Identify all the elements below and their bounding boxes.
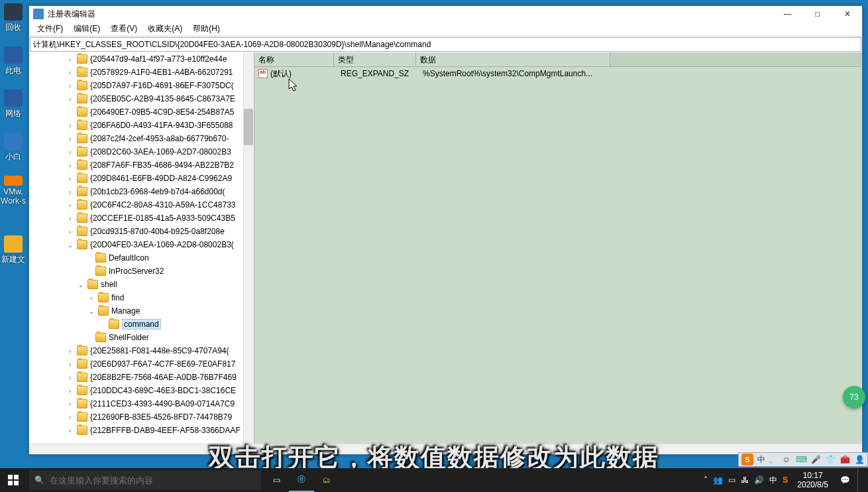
skin-icon[interactable]: 👕 xyxy=(825,454,836,465)
tree-node[interactable]: ›{210DDC43-689C-46E3-BDC1-38C16CE xyxy=(29,384,254,397)
address-path: 计算机\HKEY_CLASSES_ROOT\CLSID\{20D04FE0-3A… xyxy=(33,39,431,50)
titlebar: 注册表编辑器 — □ ✕ xyxy=(29,6,862,22)
taskbar-clock[interactable]: 10:17 2020/8/5 xyxy=(793,471,832,490)
close-button[interactable]: ✕ xyxy=(832,6,862,22)
user-icon[interactable]: 👤 xyxy=(854,454,865,465)
col-header-type[interactable]: 类型 xyxy=(334,52,416,66)
svg-rect-0 xyxy=(8,475,13,479)
system-tray[interactable]: ˄ 👥 ▭ 🖧 🔊 中 S xyxy=(698,475,793,486)
search-input[interactable] xyxy=(50,475,256,485)
main-split: ›{205447d9-4af1-4f97-a773-e10ff2e44e ›{2… xyxy=(29,52,862,444)
values-panel: 名称 类型 数据 (默认) REG_EXPAND_SZ %SystemRoot%… xyxy=(254,52,862,444)
ime-toolbar[interactable]: S 中 、 ☺ ⌨ 🎤 👕 🧰 👤 xyxy=(738,452,868,467)
tree-panel: ›{205447d9-4af1-4f97-a773-e10ff2e44e ›{2… xyxy=(29,52,254,444)
window-title: 注册表编辑器 xyxy=(48,9,773,20)
tree-node[interactable]: ›{20b1cb23-6968-4eb9-b7d4-a66d00d( xyxy=(29,185,254,198)
smiley-icon[interactable]: ☺ xyxy=(781,454,792,465)
toolbox-icon[interactable]: 🧰 xyxy=(840,454,850,465)
svg-rect-1 xyxy=(14,475,19,479)
tree-node-defaulticon[interactable]: DefaultIcon xyxy=(29,251,254,265)
menu-view[interactable]: 查看(V) xyxy=(105,22,142,36)
clock-date: 2020/8/5 xyxy=(797,480,828,489)
col-header-name[interactable]: 名称 xyxy=(254,52,334,66)
tree-vertical-scrollbar[interactable] xyxy=(243,52,254,444)
tree-node[interactable]: ›{208D2C60-3AEA-1069-A2D7-08002B3 xyxy=(29,145,254,158)
tree-node-shell[interactable]: ⌄shell xyxy=(29,278,254,291)
task-view-button[interactable]: ▭ xyxy=(264,468,289,492)
tree-node-manage[interactable]: ⌄Manage xyxy=(29,304,254,318)
tree-node[interactable]: ›{20E25881-F081-448e-85C9-4707A94( xyxy=(29,344,254,357)
tray-volume-icon[interactable]: 🔊 xyxy=(754,475,764,485)
tree-node[interactable]: ›{20578929-A1F0-4EB1-A4BA-66207291 xyxy=(29,66,254,79)
start-button[interactable] xyxy=(0,468,27,492)
tree-node[interactable]: {206490E7-09B5-4C9D-8E54-254B87A5 xyxy=(29,105,254,119)
taskbar-explorer-icon[interactable]: 🗂 xyxy=(314,468,339,492)
taskbar-ie-icon[interactable]: ⓔ xyxy=(289,468,314,492)
keyboard-icon[interactable]: ⌨ xyxy=(796,454,806,465)
tree-node[interactable]: ›{205D7A97-F16D-4691-86EF-F3075DC( xyxy=(29,79,254,92)
desktop-icons: 回收 此电 网络 小白 VMw. Work-s 新建文 xyxy=(0,0,28,464)
tree-node-command[interactable]: command xyxy=(29,318,254,331)
tree-node[interactable]: ›{205EB05C-A2B9-4135-8645-C8673A7E xyxy=(29,92,254,105)
tree-node[interactable]: ›{212690FB-83E5-4526-8FD7-74478B79 xyxy=(29,410,254,424)
tree-node-inprocserver[interactable]: InProcServer32 xyxy=(29,265,254,278)
action-center-button[interactable]: 💬 xyxy=(832,468,857,492)
menu-file[interactable]: 文件(F) xyxy=(32,22,68,36)
tray-chevron-icon[interactable]: ˄ xyxy=(704,475,708,485)
app-icon xyxy=(33,9,44,19)
tree-node[interactable]: ›{20cd9315-87d0-40b4-b925-0a8f208e xyxy=(29,225,254,238)
tray-network-icon[interactable]: 🖧 xyxy=(741,475,749,485)
taskbar-search[interactable]: 🔍 xyxy=(29,470,261,490)
sogou-ime-icon[interactable]: S xyxy=(741,454,753,465)
address-bar[interactable]: 计算机\HKEY_CLASSES_ROOT\CLSID\{20D04FE0-3A… xyxy=(30,37,861,52)
tree-node[interactable]: ›{20E8B2FE-7568-46AE-A0DB-76B7F469 xyxy=(29,371,254,384)
tree-node[interactable]: ›{2087c2f4-2cef-4953-a8ab-66779b670- xyxy=(29,132,254,145)
mic-icon[interactable]: 🎤 xyxy=(810,454,821,465)
col-header-data[interactable]: 数据 xyxy=(416,52,610,66)
tree-node[interactable]: ›{206FA6D0-A493-41FA-943D-3F655088 xyxy=(29,119,254,132)
ime-punct-label[interactable]: 、 xyxy=(769,454,777,465)
col-header-extra[interactable] xyxy=(610,52,862,66)
tree-node-expanded[interactable]: ⌄{20D04FE0-3AEA-1069-A2D8-08002B3( xyxy=(29,238,254,251)
value-row-default[interactable]: (默认) REG_EXPAND_SZ %SystemRoot%\system32… xyxy=(254,67,862,80)
tray-sogou-icon[interactable]: S xyxy=(783,475,788,485)
tree-node[interactable]: ›{20E6D937-F6A7-4C7F-8E69-7E0AF817 xyxy=(29,357,254,371)
menu-favorites[interactable]: 收藏夹(A) xyxy=(142,22,188,36)
tray-ime-indicator[interactable]: 中 xyxy=(769,475,777,486)
minimize-button[interactable]: — xyxy=(773,6,802,22)
clock-time: 10:17 xyxy=(797,471,828,480)
value-type: REG_EXPAND_SZ xyxy=(341,69,423,78)
svg-rect-3 xyxy=(14,481,19,485)
tree-node[interactable]: ›{2111CED3-4393-4490-BA09-0714A7C9 xyxy=(29,397,254,410)
tray-battery-icon[interactable]: ▭ xyxy=(728,475,735,485)
show-desktop-button[interactable] xyxy=(857,468,868,492)
desktop-icon-newfolder[interactable]: 新建文 xyxy=(0,232,27,265)
tray-people-icon[interactable]: 👥 xyxy=(713,475,723,485)
tree-node[interactable]: ›{208F7A6F-FB35-4686-9494-AB22B7B2 xyxy=(29,158,254,172)
menu-help[interactable]: 帮助(H) xyxy=(188,22,225,36)
values-body[interactable]: (默认) REG_EXPAND_SZ %SystemRoot%\system32… xyxy=(254,67,862,444)
value-data: %SystemRoot%\system32\CompMgmtLaunch... xyxy=(423,69,862,78)
value-name: (默认) xyxy=(270,68,341,80)
ime-lang-label[interactable]: 中 xyxy=(757,454,765,465)
tree-node[interactable]: ›{205447d9-4af1-4f97-a773-e10ff2e44e xyxy=(29,52,254,66)
desktop-icon-app1[interactable]: 小白 xyxy=(0,129,27,162)
desktop-icon-recycle[interactable]: 回收 xyxy=(0,0,27,33)
tree-node[interactable]: ›{209D8461-E6FB-49DD-A824-C9962A9 xyxy=(29,172,254,185)
values-header: 名称 类型 数据 xyxy=(254,52,862,67)
search-icon: 🔍 xyxy=(34,475,44,485)
regedit-window: 注册表编辑器 — □ ✕ 文件(F) 编辑(E) 查看(V) 收藏夹(A) 帮助… xyxy=(28,5,863,455)
taskbar: 🔍 ▭ ⓔ 🗂 ˄ 👥 ▭ 🖧 🔊 中 S 10:17 2020/8/5 💬 xyxy=(0,468,868,492)
maximize-button[interactable]: □ xyxy=(802,6,832,22)
floating-badge[interactable]: 73 xyxy=(843,386,865,408)
tree-node[interactable]: ›{20CCEF1E-0185-41a5-A933-509C43B5 xyxy=(29,212,254,225)
desktop-icon-vmware[interactable]: VMw. Work-s xyxy=(0,172,27,206)
tree-node-shellfolder[interactable]: ShellFolder xyxy=(29,331,254,344)
tree-node-find[interactable]: ›find xyxy=(29,291,254,304)
desktop-icon-network[interactable]: 网络 xyxy=(0,86,27,119)
tree-node[interactable]: ›{20C6F4C2-80A8-4310-A59A-1CC48733 xyxy=(29,198,254,212)
tree-node[interactable]: ›{212BFFFB-DAB9-4EEF-AF58-3366DAAF xyxy=(29,424,254,437)
menu-edit[interactable]: 编辑(E) xyxy=(68,22,105,36)
string-value-icon xyxy=(258,69,268,78)
desktop-icon-thispc[interactable]: 此电 xyxy=(0,43,27,76)
